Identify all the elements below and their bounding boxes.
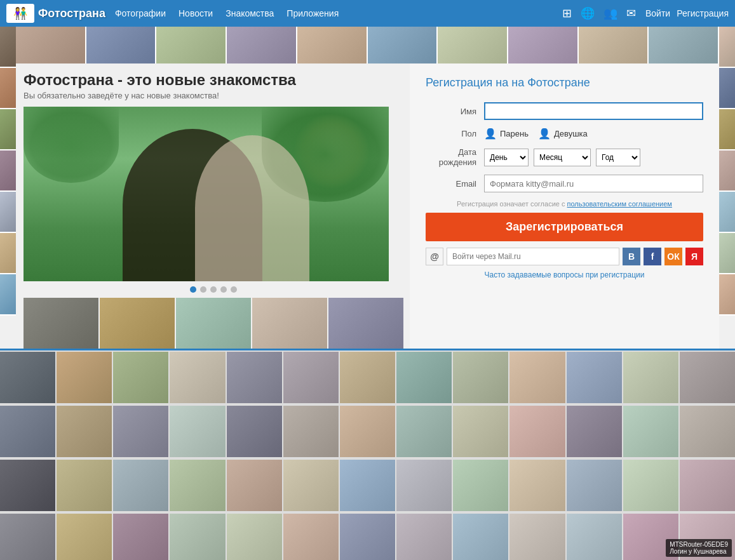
bottom-photo[interactable] (328, 298, 403, 349)
slide-dot-3[interactable] (210, 286, 217, 293)
photo-cell[interactable] (567, 406, 622, 457)
bottom-photo[interactable] (252, 298, 327, 349)
odnoklassniki-icon[interactable]: ОК (664, 248, 682, 265)
vk-icon[interactable]: В (623, 248, 640, 265)
side-photo[interactable] (0, 274, 16, 316)
side-photo-right[interactable] (719, 233, 735, 274)
photo-cell[interactable] (0, 352, 55, 403)
bottom-photo[interactable] (24, 298, 98, 349)
photo-cell[interactable] (509, 460, 565, 511)
dob-year-select[interactable]: Год (596, 149, 640, 166)
nav-dating[interactable]: Знакомства (226, 8, 274, 18)
side-photo-right[interactable] (719, 68, 735, 109)
photo-cell[interactable] (0, 460, 55, 511)
photo-cell[interactable] (396, 352, 452, 403)
top-photo[interactable] (86, 27, 157, 63)
photo-cell[interactable] (567, 460, 622, 511)
photo-cell[interactable] (680, 460, 735, 511)
top-photo[interactable] (438, 27, 508, 63)
photo-cell[interactable] (623, 460, 678, 511)
nav-news[interactable]: Новости (179, 8, 213, 18)
dob-day-select[interactable]: День (484, 149, 529, 166)
photo-cell[interactable] (680, 352, 735, 403)
photo-cell[interactable] (283, 352, 339, 403)
photo-cell[interactable] (340, 406, 395, 457)
top-photo[interactable] (156, 27, 227, 63)
email-social-icon[interactable]: @ (426, 248, 443, 265)
top-photo[interactable] (508, 27, 579, 63)
photo-cell[interactable] (623, 406, 678, 457)
logo-area[interactable]: 👫 Фотострана (6, 4, 105, 23)
photo-cell[interactable] (453, 352, 508, 403)
bottom-photo[interactable] (100, 298, 175, 349)
email-input[interactable] (484, 175, 703, 192)
photo-cell[interactable] (509, 514, 565, 560)
photo-cell[interactable] (567, 352, 622, 403)
photo-cell[interactable] (453, 406, 508, 457)
slide-dot-5[interactable] (231, 286, 237, 293)
top-photo[interactable] (16, 27, 86, 63)
photo-cell[interactable] (113, 406, 168, 457)
nav-photos[interactable]: Фотографии (115, 8, 166, 18)
photo-cell[interactable] (283, 406, 339, 457)
globe-icon[interactable]: 🌐 (581, 6, 595, 20)
photo-cell[interactable] (509, 352, 565, 403)
side-photo-right[interactable] (719, 109, 735, 150)
photo-cell[interactable] (170, 406, 225, 457)
side-photo[interactable] (0, 27, 16, 68)
dob-month-select[interactable]: Месяц (534, 149, 591, 166)
slide-dot-2[interactable] (200, 286, 206, 293)
photo-cell[interactable] (623, 352, 678, 403)
gender-female[interactable]: 👤 Девушка (538, 128, 588, 140)
photo-cell[interactable] (170, 514, 225, 560)
photo-cell[interactable] (170, 352, 225, 403)
photo-cell[interactable] (396, 460, 452, 511)
photo-cell[interactable] (57, 406, 112, 457)
facebook-icon[interactable]: f (644, 248, 661, 265)
side-photo-right[interactable] (719, 150, 735, 192)
photo-cell[interactable] (0, 406, 55, 457)
photo-cell[interactable] (340, 514, 395, 560)
top-photo[interactable] (368, 27, 438, 63)
photo-cell[interactable] (0, 514, 55, 560)
photo-cell[interactable] (396, 406, 452, 457)
side-photo-right[interactable] (719, 192, 735, 233)
photo-cell[interactable] (680, 406, 735, 457)
photo-cell[interactable] (57, 460, 112, 511)
bottom-photo[interactable] (176, 298, 251, 349)
agreement-link[interactable]: пользовательским соглашением (567, 200, 672, 208)
register-button[interactable]: Зарегистрироваться (426, 213, 703, 241)
photo-cell[interactable] (113, 352, 168, 403)
photo-cell[interactable] (57, 352, 112, 403)
photo-cell[interactable] (227, 352, 282, 403)
photo-cell[interactable] (227, 406, 282, 457)
mail-icon[interactable]: ✉ (626, 6, 636, 20)
photo-cell[interactable] (283, 514, 339, 560)
photo-cell[interactable] (396, 514, 452, 560)
side-photo[interactable] (0, 150, 16, 192)
photo-cell[interactable] (113, 460, 168, 511)
photo-cell[interactable] (340, 460, 395, 511)
nav-apps[interactable]: Приложения (287, 8, 339, 18)
photo-cell[interactable] (227, 514, 282, 560)
side-photo[interactable] (0, 68, 16, 109)
photo-cell[interactable] (453, 460, 508, 511)
side-photo[interactable] (0, 109, 16, 150)
logo-text[interactable]: Фотострана (38, 7, 105, 20)
people-icon[interactable]: 👥 (604, 6, 617, 20)
side-photo[interactable] (0, 192, 16, 233)
photo-cell[interactable] (57, 514, 112, 560)
top-photo[interactable] (297, 27, 368, 63)
social-email-input[interactable] (447, 248, 619, 265)
photo-cell[interactable] (113, 514, 168, 560)
grid-icon[interactable]: ⊞ (562, 6, 572, 20)
top-photo[interactable] (649, 27, 719, 63)
top-photo[interactable] (227, 27, 297, 63)
photo-cell[interactable] (453, 514, 508, 560)
register-link[interactable]: Регистрация (677, 8, 729, 18)
photo-cell[interactable] (509, 406, 565, 457)
photo-cell[interactable] (340, 352, 395, 403)
top-photo[interactable] (579, 27, 649, 63)
name-input[interactable] (484, 102, 703, 120)
photo-cell[interactable] (567, 514, 622, 560)
